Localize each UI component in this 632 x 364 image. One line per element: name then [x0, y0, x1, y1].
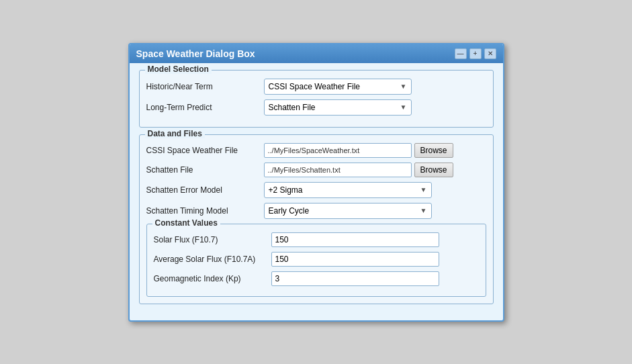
error-model-control: +2 Sigma ▼ — [264, 182, 486, 198]
error-model-arrow-icon: ▼ — [420, 186, 427, 193]
cssi-browse-button[interactable]: Browse — [414, 143, 453, 158]
timing-model-arrow-icon: ▼ — [420, 207, 427, 214]
model-selection-title: Model Selection — [145, 64, 212, 74]
error-model-row: Schatten Error Model +2 Sigma ▼ — [146, 182, 486, 198]
close-button[interactable]: ✕ — [484, 48, 496, 59]
schatten-browse-button[interactable]: Browse — [414, 163, 453, 177]
dialog-window: Space Weather Dialog Box — + ✕ Model Sel… — [128, 43, 504, 322]
historic-row: Historic/Near Term CSSI Space Weather Fi… — [146, 79, 486, 95]
avg-solar-flux-input[interactable] — [271, 252, 439, 267]
schatten-path-input[interactable] — [264, 163, 412, 177]
cssi-label: CSSI Space Weather File — [146, 146, 264, 155]
geomagnetic-label: Geomagnetic Index (Kp) — [154, 274, 271, 283]
schatten-file-row: Schatten File Browse — [146, 163, 486, 177]
geomagnetic-input[interactable] — [271, 271, 439, 286]
error-model-dropdown[interactable]: +2 Sigma ▼ — [264, 182, 432, 198]
solar-flux-label: Solar Flux (F10.7) — [154, 235, 271, 244]
longterm-label: Long-Term Predict — [146, 103, 264, 112]
constant-values-title: Constant Values — [152, 218, 220, 228]
error-model-label: Schatten Error Model — [146, 185, 264, 195]
schatten-file-label: Schatten File — [146, 165, 264, 175]
longterm-value: Schatten File — [269, 103, 316, 112]
longterm-row: Long-Term Predict Schatten File ▼ — [146, 99, 486, 116]
dialog-body: Model Selection Historic/Near Term CSSI … — [130, 63, 503, 320]
model-selection-group: Model Selection Historic/Near Term CSSI … — [139, 70, 494, 128]
minimize-button[interactable]: — — [455, 48, 467, 59]
longterm-dropdown[interactable]: Schatten File ▼ — [264, 99, 412, 116]
cssi-row: CSSI Space Weather File Browse — [146, 143, 486, 158]
model-selection-content: Historic/Near Term CSSI Space Weather Fi… — [146, 79, 486, 116]
cssi-file-container: Browse — [264, 143, 453, 158]
timing-model-dropdown[interactable]: Early Cycle ▼ — [264, 203, 432, 219]
longterm-arrow-icon: ▼ — [400, 103, 407, 111]
timing-model-control: Early Cycle ▼ — [264, 203, 486, 219]
title-bar: Space Weather Dialog Box — + ✕ — [130, 44, 503, 63]
error-model-value: +2 Sigma — [269, 185, 303, 195]
geomagnetic-row: Geomagnetic Index (Kp) — [154, 271, 479, 286]
historic-arrow-icon: ▼ — [400, 83, 407, 90]
timing-model-row: Schatten Timing Model Early Cycle ▼ — [146, 203, 486, 219]
timing-model-label: Schatten Timing Model — [146, 206, 264, 216]
longterm-control: Schatten File ▼ — [264, 99, 486, 116]
constant-values-content: Solar Flux (F10.7) Average Solar Flux (F… — [154, 232, 479, 286]
historic-label: Historic/Near Term — [146, 82, 264, 91]
timing-model-value: Early Cycle — [269, 206, 310, 216]
dialog-title: Space Weather Dialog Box — [136, 48, 255, 59]
avg-solar-flux-row: Average Solar Flux (F10.7A) — [154, 252, 479, 267]
avg-solar-flux-label: Average Solar Flux (F10.7A) — [154, 255, 271, 264]
restore-button[interactable]: + — [469, 48, 482, 59]
solar-flux-row: Solar Flux (F10.7) — [154, 232, 479, 247]
cssi-path-input[interactable] — [264, 143, 412, 158]
historic-control: CSSI Space Weather File ▼ — [264, 79, 486, 95]
schatten-file-container: Browse — [264, 163, 453, 177]
historic-dropdown[interactable]: CSSI Space Weather File ▼ — [264, 79, 412, 95]
title-bar-buttons: — + ✕ — [455, 48, 496, 59]
data-files-group: Data and Files CSSI Space Weather File B… — [139, 134, 494, 304]
data-files-title: Data and Files — [145, 129, 205, 138]
data-files-content: CSSI Space Weather File Browse Schatten … — [146, 143, 486, 297]
constant-values-group: Constant Values Solar Flux (F10.7) Avera… — [146, 224, 486, 297]
solar-flux-input[interactable] — [271, 232, 439, 247]
historic-value: CSSI Space Weather File — [269, 82, 361, 91]
